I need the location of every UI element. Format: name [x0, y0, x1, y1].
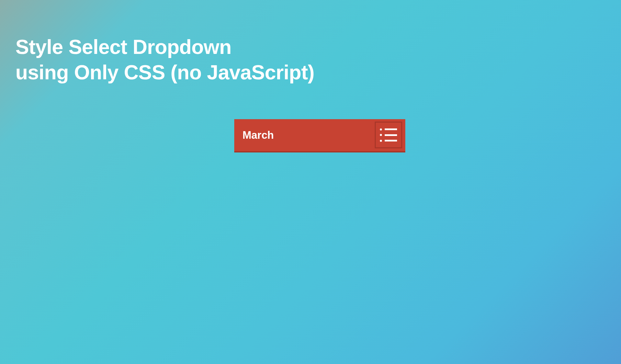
page-title: Style Select Dropdown using Only CSS (no… [15, 34, 314, 86]
select-wrapper: March [234, 119, 405, 152]
select-value: March [242, 119, 274, 151]
month-select[interactable]: March [234, 119, 405, 152]
